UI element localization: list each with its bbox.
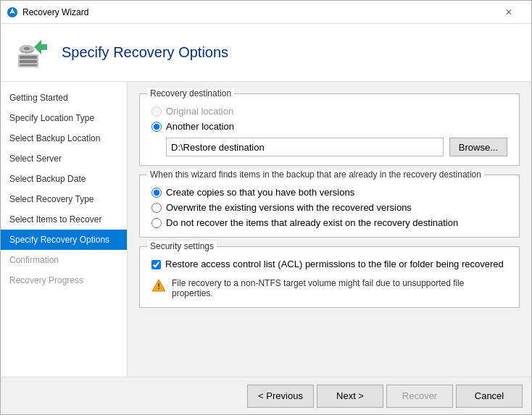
content-area: Recovery destination Original location A…	[128, 82, 531, 377]
close-button[interactable]: ✕	[492, 1, 525, 24]
warning-row: ! File recovery to a non-NTFS target vol…	[151, 278, 507, 298]
destination-radio-group: Original location Another location	[151, 106, 507, 132]
svg-rect-3	[20, 56, 37, 59]
svg-rect-4	[20, 60, 37, 63]
create-copies-row: Create copies so that you have both vers…	[151, 187, 507, 198]
another-location-row: Another location	[151, 121, 507, 132]
warning-icon: !	[151, 278, 166, 293]
sidebar-item-select-server[interactable]: Select Server	[1, 148, 127, 169]
title-bar-text: Recovery Wizard	[22, 7, 492, 17]
overwrite-label[interactable]: Overwrite the existing versions with the…	[166, 202, 412, 213]
do-not-recover-label[interactable]: Do not recover the items that already ex…	[166, 217, 458, 228]
sidebar-item-getting-started[interactable]: Getting Started	[1, 88, 127, 108]
svg-rect-5	[20, 64, 37, 66]
title-bar: Recovery Wizard ✕	[1, 1, 531, 24]
location-input-row: Browse...	[166, 138, 507, 156]
sidebar: Getting Started Specify Location Type Se…	[1, 82, 128, 377]
cancel-button[interactable]: Cancel	[456, 385, 523, 408]
security-settings-label: Security settings	[147, 241, 217, 251]
another-location-radio[interactable]	[151, 122, 162, 132]
original-location-row: Original location	[151, 106, 507, 117]
do-not-recover-row: Do not recover the items that already ex…	[151, 217, 507, 228]
app-icon	[7, 7, 18, 18]
wizard-icon	[12, 34, 50, 72]
sidebar-item-specify-recovery-options[interactable]: Specify Recovery Options	[1, 230, 127, 250]
conflict-options-section: When this wizard finds items in the back…	[139, 175, 520, 238]
conflict-options-label: When this wizard finds items in the back…	[147, 169, 484, 180]
warning-text: File recovery to a non-NTFS target volum…	[172, 278, 507, 298]
recover-button[interactable]: Recover	[386, 385, 453, 408]
main-area: Getting Started Specify Location Type Se…	[1, 82, 531, 377]
acl-checkbox[interactable]	[151, 260, 161, 269]
overwrite-radio[interactable]	[151, 203, 162, 213]
header: Specify Recovery Options	[1, 24, 531, 82]
page-title: Specify Recovery Options	[62, 44, 228, 61]
security-settings-section: Security settings Restore access control…	[139, 246, 520, 308]
original-location-label[interactable]: Original location	[166, 106, 233, 117]
do-not-recover-radio[interactable]	[151, 218, 162, 228]
location-input[interactable]	[166, 138, 444, 156]
svg-text:!: !	[157, 282, 160, 290]
sidebar-item-confirmation: Confirmation	[1, 250, 127, 270]
sidebar-item-specify-location-type[interactable]: Specify Location Type	[1, 108, 127, 128]
sidebar-item-recovery-progress: Recovery Progress	[1, 270, 127, 290]
previous-button[interactable]: < Previous	[247, 385, 314, 408]
browse-button[interactable]: Browse...	[449, 138, 507, 156]
sidebar-item-select-items-to-recover[interactable]: Select Items to Recover	[1, 209, 127, 230]
conflict-radio-group: Create copies so that you have both vers…	[151, 187, 507, 228]
create-copies-radio[interactable]	[151, 188, 162, 198]
sidebar-item-select-recovery-type[interactable]: Select Recovery Type	[1, 189, 127, 209]
create-copies-label[interactable]: Create copies so that you have both vers…	[166, 187, 354, 198]
another-location-label[interactable]: Another location	[166, 121, 234, 132]
window: Recovery Wizard ✕ Specify Recovery Optio…	[0, 0, 532, 415]
acl-label[interactable]: Restore access control list (ACL) permis…	[165, 259, 504, 269]
overwrite-row: Overwrite the existing versions with the…	[151, 202, 507, 213]
original-location-radio[interactable]	[151, 106, 162, 117]
recovery-destination-section: Recovery destination Original location A…	[139, 93, 520, 166]
footer: < Previous Next > Recover Cancel	[1, 377, 531, 414]
svg-point-8	[24, 47, 30, 50]
sidebar-item-select-backup-date[interactable]: Select Backup Date	[1, 169, 127, 189]
sidebar-item-select-backup-location[interactable]: Select Backup Location	[1, 128, 127, 148]
acl-checkbox-row: Restore access control list (ACL) permis…	[151, 259, 507, 269]
next-button[interactable]: Next >	[317, 385, 383, 408]
recovery-destination-label: Recovery destination	[147, 88, 234, 98]
